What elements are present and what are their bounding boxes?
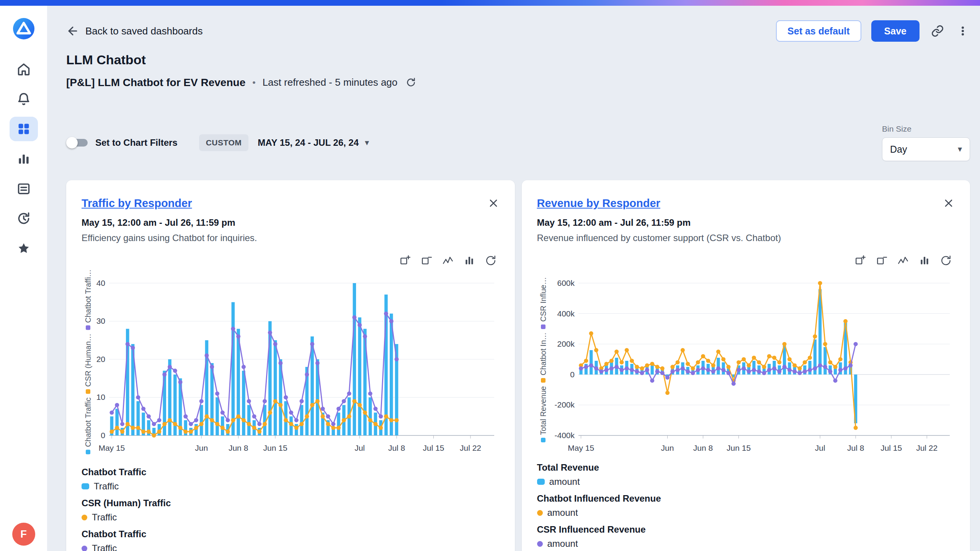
y-axis-series-label: Chatbot TrafficCSR (Human…Chatbot Traffi… <box>82 269 95 458</box>
chart-area: Chatbot TrafficCSR (Human…Chatbot Traffi… <box>82 269 500 458</box>
svg-text:Jul 22: Jul 22 <box>460 443 481 452</box>
svg-text:Jun 8: Jun 8 <box>693 443 712 452</box>
traffic-chart-canvas[interactable]: 010203040May 15JunJun 8Jun 15JulJul 8Jul… <box>95 269 500 453</box>
sidebar-item-reports[interactable] <box>10 176 38 201</box>
axis-series-label: Chatbot In… <box>539 332 547 375</box>
purple-dot-marker <box>82 546 87 551</box>
link-icon <box>931 24 944 37</box>
purple-series-marker <box>541 324 546 329</box>
legend-item-label: amount <box>547 507 578 518</box>
close-card-button[interactable] <box>487 197 500 209</box>
share-link-button[interactable] <box>929 23 946 39</box>
toggle-thumb <box>66 137 78 148</box>
sidebar-item-metrics[interactable] <box>10 147 38 171</box>
svg-text:May 15: May 15 <box>98 443 125 452</box>
legend-item[interactable]: Traffic <box>82 481 500 492</box>
chart-toolbar <box>82 254 497 267</box>
card-date-range: May 15, 12:00 am - Jul 26, 11:59 pm <box>537 217 955 228</box>
box-zoom-button[interactable] <box>399 254 412 267</box>
sidebar-nav <box>10 57 38 261</box>
axis-series-label: Chatbot Traffic <box>84 398 92 447</box>
set-as-default-button[interactable]: Set as default <box>776 20 861 42</box>
traffic-card-title-link[interactable]: Traffic by Responder <box>82 197 192 209</box>
sidebar-item-history[interactable] <box>10 206 38 231</box>
user-avatar[interactable]: F <box>12 523 35 546</box>
reports-icon <box>16 181 31 196</box>
bin-size-value: Day <box>890 144 907 155</box>
sidebar-item-dashboards[interactable] <box>10 117 38 141</box>
box-zoom-button[interactable] <box>854 254 867 267</box>
bin-size-block: Bin Size Day ▾ <box>882 124 970 161</box>
top-gradient-bar <box>0 0 980 6</box>
legend-item[interactable]: amount <box>537 538 955 549</box>
line-view-button[interactable] <box>441 254 454 267</box>
header-actions: Set as default Save <box>776 20 970 42</box>
close-icon <box>943 198 954 209</box>
sidebar: F <box>0 6 47 551</box>
home-icon <box>16 62 31 77</box>
orange-dot-marker <box>82 515 87 520</box>
refresh-chart-button[interactable] <box>484 254 497 267</box>
sidebar-item-notifications[interactable] <box>10 87 38 111</box>
box-zoom-out-icon <box>876 255 887 266</box>
app-logo[interactable] <box>12 17 35 40</box>
box-zoom-in-icon <box>399 255 411 266</box>
axis-series-label: Chatbot Traffi… <box>84 269 92 323</box>
bar-view-button[interactable] <box>463 254 476 267</box>
close-icon <box>488 198 499 209</box>
bell-icon <box>16 92 31 106</box>
legend-item-label: Traffic <box>94 481 119 492</box>
svg-text:May 15: May 15 <box>568 443 594 452</box>
svg-text:Jul 22: Jul 22 <box>916 443 938 452</box>
refresh-button[interactable] <box>404 76 418 89</box>
svg-text:400k: 400k <box>557 309 575 318</box>
date-range-value: MAY 15, 24 - JUL 26, 24 <box>258 137 359 148</box>
bin-size-select[interactable]: Day ▾ <box>882 137 970 161</box>
svg-text:Jun 15: Jun 15 <box>263 443 287 452</box>
refresh-icon <box>406 77 416 88</box>
line-view-button[interactable] <box>897 254 910 267</box>
box-zoom-out-button[interactable] <box>420 254 433 267</box>
legend-item[interactable]: amount <box>537 476 955 487</box>
axis-series-label: CSR Influe… <box>539 277 547 322</box>
top-bar: Back to saved dashboards Set as default … <box>66 20 970 42</box>
legend-item[interactable]: Traffic <box>82 543 500 551</box>
chart-legend: Chatbot Traffic Traffic CSR (Human) Traf… <box>82 467 500 551</box>
line-chart-icon <box>897 255 909 266</box>
sidebar-item-favorites[interactable] <box>10 236 38 261</box>
page-title: LLM Chatbot <box>66 52 970 67</box>
save-button[interactable]: Save <box>871 20 920 42</box>
orange-series-marker <box>541 378 546 383</box>
app-logo-icon <box>12 17 35 40</box>
more-menu-button[interactable] <box>956 23 970 39</box>
chart-legend: Total Revenue amount Chatbot Influenced … <box>537 462 955 549</box>
refresh-chart-button[interactable] <box>939 254 952 267</box>
date-range-selector[interactable]: MAY 15, 24 - JUL 26, 24 ▾ <box>255 137 371 148</box>
svg-text:-400k: -400k <box>554 431 575 440</box>
bar-view-button[interactable] <box>918 254 931 267</box>
legend-item[interactable]: amount <box>537 507 955 518</box>
legend-group: Total Revenue amount <box>537 462 955 487</box>
history-icon <box>16 211 31 226</box>
blue-square-marker <box>82 483 89 489</box>
svg-text:40: 40 <box>96 279 105 287</box>
card-date-range: May 15, 12:00 am - Jul 26, 11:59 pm <box>82 217 500 228</box>
revenue-by-responder-card: Revenue by Responder May 15, 12:00 am - … <box>522 180 970 551</box>
sidebar-item-home[interactable] <box>10 57 38 82</box>
revenue-card-title-link[interactable]: Revenue by Responder <box>537 197 660 209</box>
legend-group: Chatbot Traffic Traffic <box>82 467 500 492</box>
svg-text:600k: 600k <box>557 279 575 287</box>
revenue-chart-canvas[interactable]: -400k-200k0200k400k600kMay 15JunJun 8Jun… <box>550 269 955 453</box>
box-zoom-out-button[interactable] <box>875 254 888 267</box>
back-button[interactable]: Back to saved dashboards <box>66 24 203 37</box>
bin-size-label: Bin Size <box>882 124 970 134</box>
line-chart-icon <box>442 255 454 266</box>
main-content: Back to saved dashboards Set as default … <box>47 6 980 551</box>
close-card-button[interactable] <box>942 197 955 209</box>
svg-text:Jun 15: Jun 15 <box>727 443 751 452</box>
box-zoom-in-icon <box>854 255 866 266</box>
legend-item[interactable]: Traffic <box>82 512 500 523</box>
bar-chart-view-icon <box>464 255 475 266</box>
chart-filters-toggle[interactable] <box>66 136 88 149</box>
legend-group-title: CSR (Human) Traffic <box>82 498 500 509</box>
